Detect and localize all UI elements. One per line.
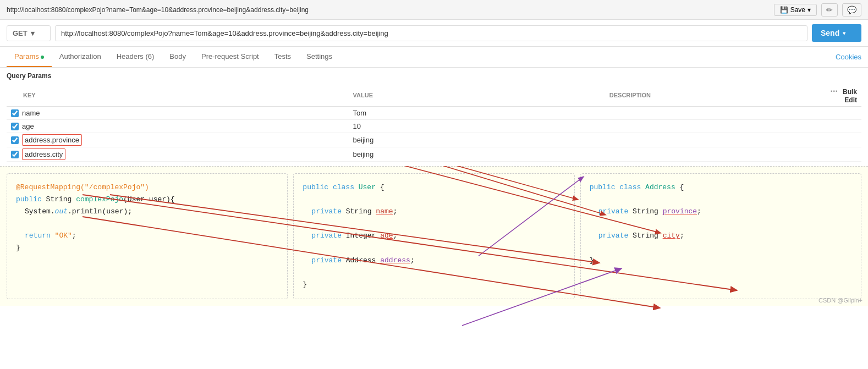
params-dot xyxy=(41,56,44,59)
param-desc-province xyxy=(605,133,819,147)
param-desc-name xyxy=(605,107,819,120)
param-checkbox-age[interactable] xyxy=(11,123,19,130)
chevron-down-icon: ▾ xyxy=(807,6,811,14)
method-select[interactable]: GET ▾ xyxy=(7,25,51,41)
param-key-age: age xyxy=(22,122,34,130)
title-bar-url: http://localhost:8080/complexPojo?name=T… xyxy=(7,6,309,14)
params-section: Query Params KEY VALUE DESCRIPTION ··· B… xyxy=(0,68,868,166)
params-table: KEY VALUE DESCRIPTION ··· Bulk Edit name xyxy=(7,84,861,162)
bottom-panels: @RequestMapping("/complexPojo") public S… xyxy=(0,166,868,306)
param-value-province: beijing xyxy=(353,136,374,144)
table-row: address.province beijing xyxy=(7,133,861,147)
param-key-name: name xyxy=(22,109,40,117)
tab-settings[interactable]: Settings xyxy=(299,47,340,67)
tab-tests[interactable]: Tests xyxy=(267,47,299,67)
code-panel-user: public class User { private String name;… xyxy=(293,173,574,299)
url-input[interactable] xyxy=(55,25,807,41)
more-dots-icon[interactable]: ··· xyxy=(831,86,838,96)
col-actions-header: ··· Bulk Edit xyxy=(818,84,861,107)
param-value-age: 10 xyxy=(353,122,361,130)
chevron-down-icon: ▾ xyxy=(31,29,35,37)
param-key-city: address.city xyxy=(22,148,65,160)
tab-headers[interactable]: Headers (6) xyxy=(109,47,162,67)
request-bar: GET ▾ Send ▾ xyxy=(0,20,868,47)
tab-body[interactable]: Body xyxy=(162,47,194,67)
edit-button[interactable]: ✏ xyxy=(821,3,838,16)
bulk-edit-button[interactable]: Bulk Edit xyxy=(843,88,857,104)
col-key-header: KEY xyxy=(7,84,349,107)
tab-prerequest[interactable]: Pre-request Script xyxy=(194,47,267,67)
save-icon: 💾 xyxy=(780,6,788,14)
tab-cookies[interactable]: Cookies xyxy=(836,53,861,61)
save-button[interactable]: 💾 Save ▾ xyxy=(774,4,817,16)
param-desc-city xyxy=(605,147,819,162)
query-params-title: Query Params xyxy=(7,72,861,80)
tab-authorization[interactable]: Authorization xyxy=(52,47,109,67)
title-bar: http://localhost:8080/complexPojo?name=T… xyxy=(0,0,868,20)
param-checkbox-name[interactable] xyxy=(11,109,19,117)
col-desc-header: DESCRIPTION xyxy=(605,84,819,107)
send-button[interactable]: Send ▾ xyxy=(812,24,861,42)
param-desc-age xyxy=(605,120,819,133)
param-key-province: address.province xyxy=(22,134,82,146)
param-value-city: beijing xyxy=(353,150,374,158)
title-bar-actions: 💾 Save ▾ ✏ 💬 xyxy=(774,3,861,16)
chevron-down-icon: ▾ xyxy=(843,30,845,36)
col-value-header: VALUE xyxy=(349,84,605,107)
tab-params[interactable]: Params xyxy=(7,47,52,67)
table-row: age 10 xyxy=(7,120,861,133)
comment-button[interactable]: 💬 xyxy=(842,3,861,16)
param-checkbox-province[interactable] xyxy=(11,136,19,144)
param-value-name: Tom xyxy=(353,109,367,117)
table-row: name Tom xyxy=(7,107,861,120)
param-checkbox-city[interactable] xyxy=(11,151,19,158)
tabs-bar: Params Authorization Headers (6) Body Pr… xyxy=(0,47,868,68)
code-panel-address: public class Address { private String pr… xyxy=(580,173,861,299)
watermark: CSDN @Gilpin+ xyxy=(818,297,862,304)
code-panel-controller: @RequestMapping("/complexPojo") public S… xyxy=(7,173,288,299)
table-row: address.city beijing xyxy=(7,147,861,162)
